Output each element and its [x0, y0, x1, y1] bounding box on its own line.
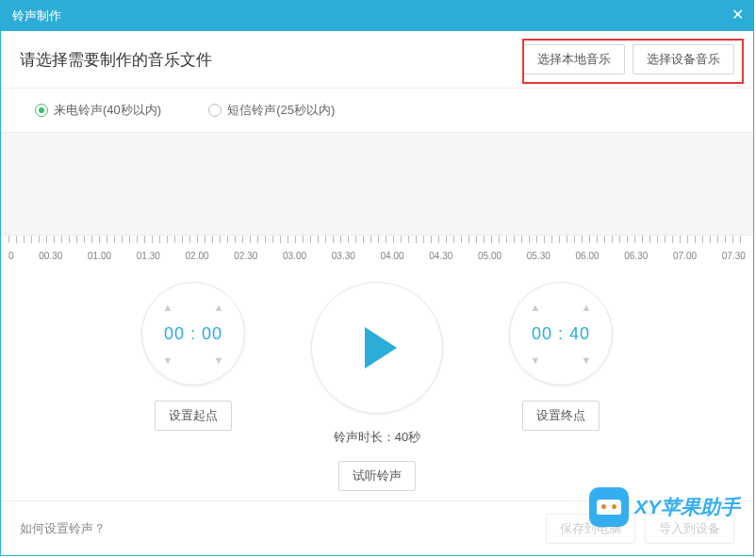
- end-time-dial[interactable]: ▲▲ 00 : 40 ▼▼: [509, 282, 613, 386]
- end-time-value: 00 : 40: [532, 324, 590, 344]
- time-ruler: 000.3001.0001.3002.0002.3003.0003.3004.0…: [1, 245, 753, 263]
- chevron-down-icon[interactable]: ▼: [163, 354, 173, 366]
- ruler-tick-label: 01.30: [137, 251, 160, 261]
- chevron-down-icon[interactable]: ▼: [214, 354, 224, 366]
- ruler-tick-label: 02.30: [234, 251, 257, 261]
- ruler-tick-label: 03.00: [283, 251, 306, 261]
- ruler-tick-label: 04.30: [429, 251, 452, 261]
- chevron-up-icon[interactable]: ▲: [214, 302, 224, 313]
- chevron-down-icon[interactable]: ▼: [531, 354, 541, 366]
- chevron-up-icon[interactable]: ▲: [582, 302, 592, 313]
- window-title: 铃声制作: [12, 8, 61, 25]
- start-time-dial[interactable]: ▲▲ 00 : 00 ▼▼: [141, 282, 245, 386]
- select-local-music-button[interactable]: 选择本地音乐: [523, 44, 625, 74]
- import-to-device-button[interactable]: 导入到设备: [645, 514, 734, 544]
- close-icon[interactable]: ✕: [731, 7, 744, 24]
- start-time-value: 00 : 00: [164, 324, 222, 344]
- chevron-up-icon[interactable]: ▲: [531, 302, 541, 313]
- ruler-tick-label: 03.30: [332, 251, 355, 261]
- save-to-pc-button[interactable]: 保存到电脑: [546, 514, 635, 544]
- ruler-tick-label: 07.30: [722, 251, 746, 261]
- ruler-tick-label: 05.00: [478, 251, 501, 261]
- play-icon: [365, 327, 397, 369]
- radio-sms-ringtone[interactable]: 短信铃声(25秒以内): [208, 102, 335, 119]
- set-end-button[interactable]: 设置终点: [522, 401, 600, 431]
- preview-ringtone-button[interactable]: 试听铃声: [338, 461, 416, 491]
- ruler-tick-label: 06.30: [624, 251, 648, 261]
- ruler-tick-label: 01.00: [88, 251, 111, 261]
- ruler-tick-label: 04.00: [381, 251, 404, 261]
- ruler-tick-label: 07.00: [673, 251, 697, 261]
- radio-dot-icon: [35, 104, 48, 117]
- ruler-tick-label: 05.30: [527, 251, 551, 261]
- duration-label: 铃声时长：40秒: [334, 429, 420, 446]
- ruler-ticks: [8, 236, 746, 243]
- chevron-up-icon[interactable]: ▲: [163, 302, 173, 313]
- set-start-button[interactable]: 设置起点: [155, 401, 232, 431]
- play-button[interactable]: [311, 282, 443, 414]
- waveform-area[interactable]: [1, 132, 753, 236]
- radio-dot-icon: [208, 104, 222, 117]
- radio-incoming-ringtone[interactable]: 来电铃声(40秒以内): [35, 102, 161, 119]
- chevron-down-icon[interactable]: ▼: [582, 354, 592, 366]
- ruler-tick-label: 02.00: [186, 251, 209, 261]
- radio-label: 短信铃声(25秒以内): [227, 102, 335, 119]
- ruler-tick-label: 06.00: [576, 251, 600, 261]
- help-link[interactable]: 如何设置铃声？: [20, 520, 106, 537]
- ruler-tick-label: 00.30: [39, 251, 62, 261]
- select-device-music-button[interactable]: 选择设备音乐: [633, 44, 734, 74]
- radio-label: 来电铃声(40秒以内): [54, 102, 161, 119]
- titlebar: 铃声制作 ✕: [1, 1, 753, 31]
- page-heading: 请选择需要制作的音乐文件: [20, 49, 212, 71]
- ruler-tick-label: 0: [8, 251, 14, 261]
